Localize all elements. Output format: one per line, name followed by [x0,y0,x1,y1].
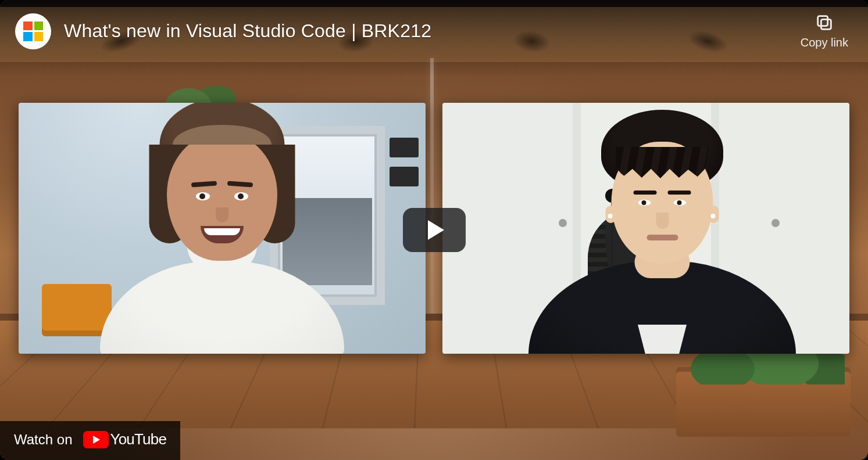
watch-on-youtube-button[interactable]: Watch on YouTube [0,421,180,460]
play-icon [428,220,444,240]
youtube-logo: YouTube [83,430,167,448]
play-button[interactable] [403,208,466,252]
youtube-embed-player[interactable]: What's new in Visual Studio Code | BRK21… [0,0,868,460]
copy-icon [815,13,834,33]
channel-avatar[interactable] [15,13,51,49]
presenter-avatar-right [528,150,796,354]
video-header: What's new in Visual Studio Code | BRK21… [0,0,868,62]
presenter-tile-left [19,103,426,354]
microsoft-logo-icon [23,21,43,41]
youtube-wordmark: YouTube [110,430,167,448]
copy-link-button[interactable]: Copy link [796,10,853,52]
presenter-tile-right [442,103,849,354]
watch-on-label: Watch on [14,432,73,448]
svg-rect-1 [818,16,828,26]
presenter-avatar-left [100,150,344,354]
video-title[interactable]: What's new in Visual Studio Code | BRK21… [64,20,796,42]
copy-link-label: Copy link [801,36,848,49]
youtube-play-icon [83,431,109,448]
bg-planter [676,367,851,437]
svg-rect-0 [821,19,831,29]
